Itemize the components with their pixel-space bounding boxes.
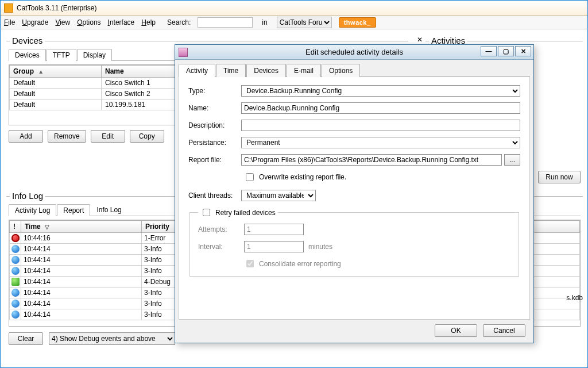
col-bang[interactable]: !	[10, 221, 21, 233]
infolog-legend: Info Log	[10, 191, 45, 201]
dialog-panel: Type: Device.Backup.Running Config Name:…	[179, 77, 530, 320]
menu-interface[interactable]: Interface	[108, 18, 135, 26]
interval-input[interactable]	[244, 241, 304, 252]
close-icon[interactable]: ✕	[515, 46, 531, 56]
retry-checkbox[interactable]	[203, 209, 210, 216]
tab-activity[interactable]: Activity	[179, 64, 215, 77]
retry-legend-label: Retry failed devices	[215, 209, 276, 217]
info-icon	[11, 245, 20, 253]
tab-time[interactable]: Time	[216, 64, 246, 77]
search-input[interactable]	[198, 17, 253, 28]
tab-info-log[interactable]: Info Log	[91, 204, 127, 216]
menu-upgrade[interactable]: Upgrade	[22, 18, 48, 26]
cancel-button[interactable]: Cancel	[483, 324, 525, 337]
info-icon	[11, 267, 20, 275]
col-time[interactable]: Time ▽	[21, 221, 142, 233]
edit-activity-dialog: Edit scheduled activity details — ▢ ✕ Ac…	[175, 44, 534, 343]
menu-view[interactable]: View	[55, 18, 70, 26]
name-input[interactable]	[241, 102, 520, 114]
copy-button[interactable]: Copy	[130, 130, 164, 143]
dialog-body: Activity Time Devices E-mail Options Typ…	[179, 63, 530, 320]
tab-devices[interactable]: Devices	[9, 49, 46, 61]
menu-file[interactable]: File	[4, 18, 15, 26]
maximize-icon[interactable]: ▢	[498, 46, 514, 56]
remove-button[interactable]: Remove	[48, 130, 86, 143]
info-icon	[11, 289, 20, 297]
sort-desc-icon: ▽	[45, 224, 49, 230]
main-titlebar: CatTools 3.11 (Enterprise)	[1, 1, 587, 16]
dialog-titlebar[interactable]: Edit scheduled activity details — ▢ ✕	[175, 45, 533, 60]
minutes-label: minutes	[308, 243, 332, 251]
overwrite-checkbox[interactable]	[246, 173, 254, 181]
info-icon	[11, 310, 20, 319]
col-group[interactable]: Group ▲	[10, 66, 102, 78]
forum-select[interactable]: CatTools Forum	[277, 17, 332, 28]
type-select[interactable]: Device.Backup.Running Config	[241, 85, 520, 97]
log-filter-select[interactable]: 4) Show Debug events and above	[49, 332, 175, 345]
label-attempts: Attempts:	[198, 225, 244, 233]
tab-options[interactable]: Options	[322, 64, 360, 77]
thwack-button[interactable]: thwack_	[339, 17, 376, 28]
app-icon	[4, 3, 13, 13]
label-persistance: Persistance:	[188, 139, 241, 147]
menubar: File Upgrade View Options Interface Help…	[1, 16, 587, 29]
overwrite-label: Overwrite existing report file.	[259, 173, 346, 181]
persistance-select[interactable]: Permanent	[241, 137, 520, 148]
tab-devices-dlg[interactable]: Devices	[246, 64, 286, 77]
error-icon	[11, 234, 20, 242]
label-interval: Interval:	[198, 243, 244, 251]
tab-report[interactable]: Report	[57, 204, 90, 216]
app-title: CatTools 3.11 (Enterprise)	[17, 4, 96, 12]
retry-legend[interactable]: Retry failed devices	[200, 207, 276, 218]
sort-asc-icon: ▲	[38, 68, 44, 75]
in-label: in	[262, 18, 267, 26]
devices-legend: Devices	[10, 36, 45, 45]
consolidate-label: Consolidate error reporting	[259, 260, 341, 268]
add-button[interactable]: Add	[9, 130, 43, 143]
info-icon	[11, 256, 20, 264]
label-description: Description:	[188, 121, 241, 129]
col-group-label: Group	[13, 67, 34, 75]
retry-fieldset: Retry failed devices Attempts: Interval:…	[189, 207, 519, 277]
minimize-icon[interactable]: —	[481, 46, 497, 56]
dialog-tabs: Activity Time Devices E-mail Options	[179, 63, 530, 77]
run-now-button[interactable]: Run now	[538, 171, 581, 183]
label-client-threads: Client threads:	[188, 191, 241, 200]
consolidate-checkbox[interactable]	[246, 260, 254, 267]
tab-activity-log[interactable]: Activity Log	[9, 204, 56, 216]
menu-help[interactable]: Help	[141, 18, 156, 26]
tab-display[interactable]: Display	[77, 49, 112, 61]
label-name: Name:	[188, 104, 241, 112]
debug-icon	[11, 278, 20, 286]
ok-button[interactable]: OK	[435, 324, 477, 337]
clear-button[interactable]: Clear	[9, 332, 43, 345]
description-input[interactable]	[241, 120, 520, 131]
label-type: Type:	[188, 87, 241, 95]
peek-kdb-text: s.kdb	[566, 294, 583, 302]
dialog-title: Edit scheduled activity details	[175, 48, 533, 56]
dialog-buttons: OK Cancel	[435, 324, 525, 337]
dialog-window-buttons: — ▢ ✕	[481, 46, 531, 56]
menu-options[interactable]: Options	[77, 18, 100, 26]
attempts-input[interactable]	[244, 224, 304, 235]
tab-email[interactable]: E-mail	[287, 64, 321, 77]
search-label: Search:	[167, 18, 191, 26]
label-reportfile: Report file:	[188, 156, 241, 164]
panel-close-icon[interactable]: ✕	[415, 36, 424, 44]
reportfile-input[interactable]	[241, 154, 502, 166]
client-threads-select[interactable]: Maximum available	[241, 190, 316, 201]
dialog-icon	[179, 48, 188, 57]
info-icon	[11, 300, 20, 308]
tab-tftp[interactable]: TFTP	[47, 49, 76, 61]
browse-button[interactable]: ...	[504, 154, 520, 166]
col-time-label: Time	[25, 223, 41, 231]
edit-button[interactable]: Edit	[91, 130, 125, 143]
